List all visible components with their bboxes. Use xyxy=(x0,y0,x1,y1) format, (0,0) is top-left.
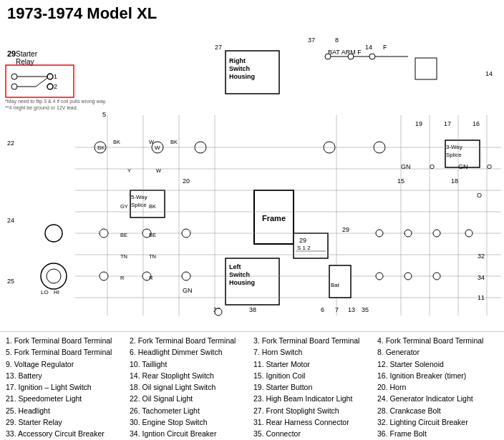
legend-item-16: 16. Ignition Breaker (timer) xyxy=(377,370,498,381)
svg-text:BK: BK xyxy=(97,145,105,151)
legend-item-7: 7. Horn Switch xyxy=(253,346,374,358)
legend-item-11: 11. Starter Motor xyxy=(253,358,374,370)
svg-text:Splice: Splice xyxy=(131,202,147,208)
svg-text:18: 18 xyxy=(451,177,458,185)
svg-text:BE: BE xyxy=(149,232,156,238)
svg-point-92 xyxy=(100,229,108,238)
legend-item-27: 27. Front Stoplight Switch xyxy=(253,405,374,416)
svg-text:25: 25 xyxy=(7,278,14,285)
legend-item-14: 14. Rear Stoplight Switch xyxy=(130,370,251,381)
svg-text:13: 13 xyxy=(348,306,355,313)
svg-rect-27 xyxy=(415,58,437,79)
svg-text:GY: GY xyxy=(120,203,128,210)
svg-text:BAT ARM  F: BAT ARM F xyxy=(328,49,362,56)
svg-text:37: 37 xyxy=(308,36,315,44)
svg-text:Y: Y xyxy=(127,167,131,174)
svg-text:S  1  2: S 1 2 xyxy=(297,245,311,251)
svg-text:Housing: Housing xyxy=(229,73,255,80)
legend-item-24: 24. Generator Indicator Light xyxy=(377,393,498,404)
svg-text:34: 34 xyxy=(478,274,485,281)
legend-item-25: 25. Headlight xyxy=(6,405,127,416)
legend-item-31: 31. Rear Harness Connector xyxy=(253,416,374,428)
legend-item-20: 20. Horn xyxy=(377,381,498,393)
svg-text:17: 17 xyxy=(444,120,451,127)
legend-item-10: 10. Taillight xyxy=(130,358,251,370)
svg-text:3-Way: 3-Way xyxy=(446,144,462,150)
legend-item-28: 28. Crankcase Bolt xyxy=(377,405,498,416)
svg-text:Switch: Switch xyxy=(229,271,250,278)
svg-text:Switch: Switch xyxy=(229,65,250,72)
legend-item-26: 26. Tachometer Light xyxy=(130,405,251,416)
svg-text:TN: TN xyxy=(120,253,127,260)
svg-point-104 xyxy=(433,273,440,280)
svg-text:W: W xyxy=(149,139,155,145)
svg-text:BK: BK xyxy=(149,203,156,210)
svg-text:R: R xyxy=(120,275,125,281)
legend-item-17: 17. Ignition – Light Switch xyxy=(6,381,127,393)
svg-text:22: 22 xyxy=(7,140,14,147)
legend-item-36: 36. Frame Bolt xyxy=(377,428,498,439)
svg-text:BK: BK xyxy=(170,139,178,145)
svg-text:14: 14 xyxy=(365,44,372,51)
svg-text:O: O xyxy=(430,163,435,170)
legend-item-3: 3. Fork Terminal Board Terminal xyxy=(253,335,374,346)
svg-text:W: W xyxy=(156,167,162,174)
svg-text:O: O xyxy=(477,192,482,199)
legend-item-35: 35. Connector xyxy=(253,428,374,439)
svg-text:HI: HI xyxy=(54,289,59,295)
svg-text:O: O xyxy=(487,163,492,170)
svg-text:14: 14 xyxy=(485,70,493,77)
svg-text:BK: BK xyxy=(113,139,120,145)
svg-point-98 xyxy=(376,230,383,237)
svg-point-24 xyxy=(369,54,375,59)
legend-item-15: 15. Ignition Coil xyxy=(253,370,374,381)
svg-text:16: 16 xyxy=(472,120,480,127)
svg-text:32: 32 xyxy=(478,253,485,260)
legend-item-29: 29. Starter Relay xyxy=(6,416,127,428)
svg-point-99 xyxy=(404,230,412,237)
svg-point-22 xyxy=(325,54,331,59)
svg-text:24: 24 xyxy=(7,217,14,224)
legend-item-5: 5. Fork Terminal Board Terminal xyxy=(6,346,127,358)
svg-text:Bat: Bat xyxy=(331,282,340,288)
svg-point-101 xyxy=(465,230,472,237)
svg-text:5: 5 xyxy=(102,111,106,118)
svg-text:GN: GN xyxy=(401,163,411,170)
svg-text:5-Way: 5-Way xyxy=(131,194,147,200)
legend-item-21: 21. Speedometer Light xyxy=(6,393,127,404)
svg-text:11: 11 xyxy=(478,294,485,301)
svg-text:7: 7 xyxy=(335,306,339,313)
svg-rect-1 xyxy=(6,65,74,97)
legend: 1. Fork Terminal Board Terminal2. Fork T… xyxy=(0,332,504,440)
svg-point-23 xyxy=(348,54,354,59)
svg-text:Right: Right xyxy=(229,57,246,64)
legend-item-4: 4. Fork Terminal Board Terminal xyxy=(377,335,498,346)
legend-item-6: 6. Headlight Dimmer Switch xyxy=(130,346,251,358)
svg-text:27: 27 xyxy=(215,44,222,51)
svg-text:38: 38 xyxy=(249,306,256,313)
svg-text:Starter: Starter xyxy=(16,50,38,58)
svg-text:35: 35 xyxy=(362,306,369,313)
legend-item-9: 9. Voltage Regulator xyxy=(6,358,127,370)
svg-text:Splice: Splice xyxy=(446,152,462,158)
svg-text:Left: Left xyxy=(229,263,241,270)
svg-point-109 xyxy=(45,225,62,242)
svg-text:6: 6 xyxy=(321,306,324,313)
svg-text:29: 29 xyxy=(299,237,306,244)
svg-text:Relay: Relay xyxy=(16,58,34,66)
svg-text:LO: LO xyxy=(41,289,49,295)
legend-item-13: 13. Battery xyxy=(6,370,127,381)
legend-item-8: 8. Generator xyxy=(377,346,498,358)
svg-text:Frame: Frame xyxy=(262,214,286,223)
legend-item-18: 18. Oil signal Light Switch xyxy=(130,381,251,393)
svg-text:8: 8 xyxy=(335,36,339,44)
svg-text:2: 2 xyxy=(54,83,57,90)
svg-text:W: W xyxy=(155,145,160,151)
svg-text:15: 15 xyxy=(397,177,404,185)
svg-text:GN: GN xyxy=(183,287,193,294)
svg-point-106 xyxy=(47,269,61,283)
svg-text:Housing: Housing xyxy=(229,279,255,286)
svg-text:19: 19 xyxy=(415,120,422,127)
svg-text:R: R xyxy=(149,275,153,281)
svg-point-102 xyxy=(376,273,383,280)
